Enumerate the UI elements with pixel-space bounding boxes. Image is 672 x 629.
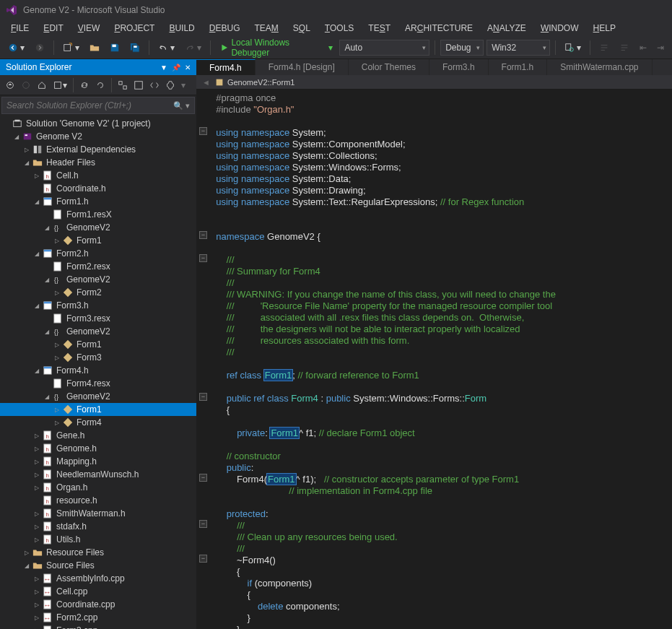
save-button[interactable]: [106, 40, 123, 55]
undo-button[interactable]: ▾: [154, 40, 178, 55]
menu-analyze[interactable]: ANALYZE: [481, 22, 533, 35]
menu-help[interactable]: HELP: [587, 22, 622, 35]
menu-view[interactable]: VIEW: [71, 22, 107, 35]
start-debug-button[interactable]: Local Windows Debugger ▾: [216, 35, 337, 60]
tree-nodes.gv2[interactable]: ◢{}GenomeV2: [0, 325, 196, 338]
tree-ext_deps[interactable]: ▷External Dependencies: [0, 143, 196, 156]
tree-nodes.form3_h[interactable]: ◢Form3.h: [0, 299, 196, 312]
save-all-button[interactable]: [126, 40, 144, 55]
tree-nodes.form3[interactable]: ▷Form3: [0, 351, 196, 364]
tree-project[interactable]: ◢Genome V2: [0, 130, 196, 143]
tree-nodes.cell_cpp[interactable]: ▷++Cell.cpp: [0, 585, 196, 598]
svg-text:h: h: [45, 186, 48, 193]
tree-nodes.cell_h[interactable]: ▷hCell.h: [0, 169, 196, 182]
menu-edit[interactable]: EDIT: [37, 22, 69, 35]
home-button[interactable]: [3, 78, 17, 92]
cpu-dropdown[interactable]: Auto: [339, 40, 429, 56]
refresh-button[interactable]: [93, 78, 108, 92]
panel-close-icon[interactable]: ✕: [185, 64, 191, 71]
tree-nodes.form3_resx[interactable]: Form3.resx: [0, 312, 196, 325]
tab-smithwaterman-cpp[interactable]: SmithWaterman.cpp: [547, 59, 652, 75]
tree-nodes.form1[interactable]: ▷Form1: [0, 403, 196, 416]
platform-dropdown[interactable]: Win32: [486, 40, 550, 56]
nav-back-button[interactable]: ▾: [4, 40, 28, 55]
tree-res_files[interactable]: ▷Resource Files: [0, 546, 196, 559]
menu-file[interactable]: FILE: [4, 22, 35, 35]
tree-nodes.organ_h[interactable]: ▷hOrgan.h: [0, 481, 196, 494]
svg-rect-38: [64, 353, 72, 362]
nav-fwd-button[interactable]: [31, 40, 48, 55]
tree-nodes.coord_cpp[interactable]: ▷++Coordinate.cpp: [0, 598, 196, 611]
menu-debug[interactable]: DEBUG: [203, 22, 247, 35]
back-button[interactable]: [19, 78, 33, 92]
tree-hdr_files[interactable]: ◢Header Files: [0, 156, 196, 169]
fold-icon: [32, 157, 43, 168]
tree-nodes.utils_h[interactable]: ▷hUtils.h: [0, 533, 196, 546]
code-view-button[interactable]: [147, 78, 162, 92]
show-all-button[interactable]: [131, 78, 146, 92]
menu-test[interactable]: TEST: [362, 22, 397, 35]
menu-tools[interactable]: TOOLS: [318, 22, 360, 35]
tree-nodes.genome_h[interactable]: ▷hGenome.h: [0, 442, 196, 455]
menu-architecture[interactable]: ARCHITECTURE: [398, 22, 479, 35]
tree-nodes.form1[interactable]: ▷Form1: [0, 234, 196, 247]
tab-form3-h[interactable]: Form3.h: [429, 59, 489, 75]
tree-nodes.nw_h[interactable]: ▷hNeedlemanWunsch.h: [0, 468, 196, 481]
redo-button[interactable]: ▾: [181, 40, 205, 55]
panel-menu-icon[interactable]: ▼: [160, 64, 167, 71]
menu-window[interactable]: WINDOW: [534, 22, 585, 35]
tree-nodes.resource_h[interactable]: hresource.h: [0, 494, 196, 507]
home2-button[interactable]: [35, 78, 49, 92]
scope-button[interactable]: ▾: [51, 78, 69, 92]
tab-form4-h--design-[interactable]: Form4.h [Design]: [256, 59, 349, 75]
comment-button[interactable]: [595, 40, 613, 55]
tree-nodes.form1[interactable]: ▷Form1: [0, 338, 196, 351]
tree-nodes.gv2[interactable]: ◢{}GenomeV2: [0, 221, 196, 234]
indent-button[interactable]: ⇥: [653, 40, 668, 55]
new-project-button[interactable]: ▾: [59, 40, 83, 55]
tree-solution[interactable]: Solution 'Genome V2' (1 project): [0, 117, 196, 130]
menu-build[interactable]: BUILD: [162, 22, 201, 35]
tree-nodes.asm_cpp[interactable]: ▷++AssemblyInfo.cpp: [0, 572, 196, 585]
search-box[interactable]: 🔍 ▾: [1, 97, 195, 114]
tree-nodes.form4_h[interactable]: ◢Form4.h: [0, 364, 196, 377]
tree-nodes.form3_cpp[interactable]: ▷++Form3.cpp: [0, 624, 196, 629]
open-button[interactable]: [86, 40, 103, 55]
tree-nodes.form2[interactable]: ▷Form2: [0, 286, 196, 299]
tree-nodes.sw_h[interactable]: ▷hSmithWaterman.h: [0, 507, 196, 520]
outdent-button[interactable]: ⇤: [636, 40, 650, 55]
nav-left-icon[interactable]: ◄: [202, 78, 210, 87]
tree-nodes.form2_h[interactable]: ◢Form2.h: [0, 247, 196, 260]
menu-team[interactable]: TEAM: [248, 22, 284, 35]
tab-form4-h[interactable]: Form4.h: [196, 59, 256, 75]
panel-pin-icon[interactable]: 📌: [172, 64, 180, 71]
menu-project[interactable]: PROJECT: [108, 22, 161, 35]
tree-nodes.form4[interactable]: ▷Form4: [0, 416, 196, 429]
tree-nodes.form4_resx[interactable]: Form4.resx: [0, 377, 196, 390]
tree-nodes.form1_resx[interactable]: Form1.resX: [0, 208, 196, 221]
breadcrumb[interactable]: ◄ GenomeV2::Form1: [196, 75, 672, 90]
code-editor[interactable]: #pragma once #include "Organ.h" − using …: [196, 90, 672, 629]
config-dropdown[interactable]: Debug: [440, 40, 484, 56]
tree-nodes.coord_h[interactable]: hCoordinate.h: [0, 182, 196, 195]
tree-nodes.form2_resx[interactable]: Form2.resx: [0, 260, 196, 273]
tab-color-themes[interactable]: Color Themes: [349, 59, 429, 75]
tree-nodes.gv2[interactable]: ◢{}GenomeV2: [0, 273, 196, 286]
collapse-button[interactable]: [115, 78, 130, 92]
uncomment-button[interactable]: [616, 40, 633, 55]
find-in-files-button[interactable]: ▾: [561, 40, 585, 55]
tree-nodes.form2_cpp[interactable]: ▷++Form2.cpp: [0, 611, 196, 624]
search-input[interactable]: [6, 100, 173, 110]
sync-button[interactable]: [77, 78, 92, 92]
tree-nodes.stdafx_h[interactable]: ▷hstdafx.h: [0, 520, 196, 533]
properties-button[interactable]: [163, 78, 178, 92]
svg-rect-15: [24, 134, 32, 140]
h-icon: h: [42, 443, 53, 454]
tab-form1-h[interactable]: Form1.h: [489, 59, 548, 75]
tree-src_files[interactable]: ◢Source Files: [0, 559, 196, 572]
tree-nodes.mapping_h[interactable]: ▷hMapping.h: [0, 455, 196, 468]
menu-sql[interactable]: SQL: [287, 22, 317, 35]
tree-nodes.gene_h[interactable]: ▷hGene.h: [0, 429, 196, 442]
tree-nodes.gv2[interactable]: ◢{}GenomeV2: [0, 390, 196, 403]
tree-nodes.form1_h[interactable]: ◢Form1.h: [0, 195, 196, 208]
